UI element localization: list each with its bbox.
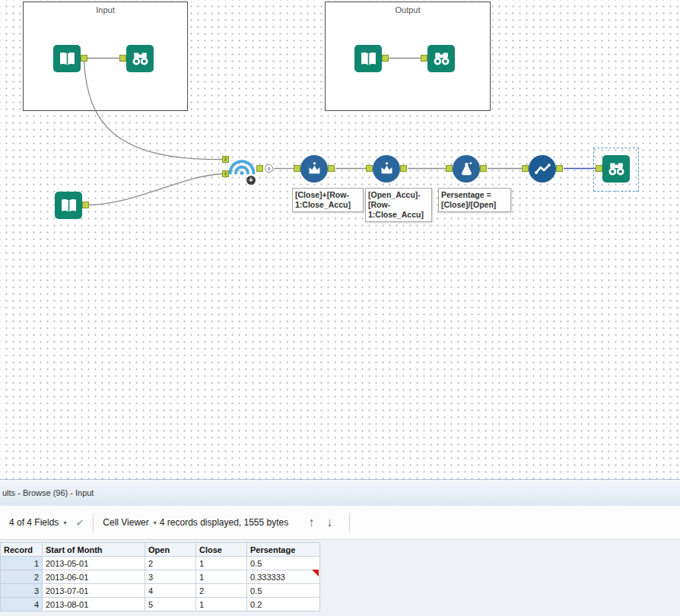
input-data-tool[interactable]: [53, 45, 81, 72]
tool-annotation[interactable]: [Open_Accu]-[Row-1:Close_Accu]: [365, 188, 432, 222]
input-anchor[interactable]: [522, 165, 529, 172]
column-header-start-of-month[interactable]: Start of Month: [43, 543, 145, 557]
multi-row-formula-tool-1[interactable]: [300, 155, 328, 183]
record-number-cell[interactable]: 1: [1, 557, 43, 570]
scroll-down-button[interactable]: ↓: [326, 516, 332, 529]
input-anchor[interactable]: [366, 165, 373, 172]
multi-row-formula-icon: [377, 159, 397, 179]
data-cell[interactable]: 0.333333: [247, 570, 320, 584]
cell-viewer-label: Cell Viewer: [103, 517, 148, 528]
data-cell[interactable]: 2013-05-01: [43, 557, 145, 570]
output-anchor[interactable]: [81, 55, 87, 62]
data-cell[interactable]: 5: [145, 598, 196, 611]
data-cell[interactable]: 1: [196, 598, 247, 611]
fields-dropdown[interactable]: 4 of 4 Fields ▾: [9, 517, 66, 528]
apply-check-icon[interactable]: ✔: [75, 517, 84, 529]
formula-flask-icon: [456, 159, 477, 179]
browse-tool-input[interactable]: [126, 45, 154, 72]
chevron-down-icon: ▾: [154, 519, 157, 526]
column-header-record[interactable]: Record: [1, 543, 43, 557]
line-chart-icon: [532, 159, 553, 179]
toolbar-divider: [349, 513, 350, 532]
cell-viewer-dropdown[interactable]: Cell Viewer ▾: [103, 517, 156, 528]
data-cell[interactable]: 2: [145, 557, 196, 570]
data-cell[interactable]: 3: [145, 570, 196, 584]
add-connection-badge[interactable]: +: [246, 176, 256, 185]
tool-annotation[interactable]: [Close]+[Row-1:Close_Accu]: [292, 188, 364, 212]
data-cell[interactable]: 1: [196, 570, 247, 584]
fields-dropdown-label: 4 of 4 Fields: [9, 517, 59, 528]
results-table-body: 12013-05-01210.522013-06-01310.333333320…: [1, 557, 320, 611]
data-cell[interactable]: 2013-07-01: [43, 584, 145, 598]
data-cell[interactable]: 2: [196, 584, 247, 598]
cell-flag-marker: [312, 570, 319, 576]
input-anchor[interactable]: [119, 55, 126, 62]
output-anchor[interactable]: [82, 202, 89, 208]
connections-layer: [0, 0, 680, 479]
data-cell[interactable]: 2013-08-01: [43, 598, 145, 611]
union-output-anchor[interactable]: [256, 165, 263, 172]
output-anchor[interactable]: [400, 165, 407, 172]
table-row[interactable]: 22013-06-01310.333333: [1, 570, 320, 584]
results-panel: ults - Browse (96) - Input 4 of 4 Fields…: [0, 479, 680, 616]
record-number-cell[interactable]: 3: [1, 584, 43, 598]
running-total-tool[interactable]: [529, 155, 556, 183]
results-toolbar: 4 of 4 Fields ▾ ✔ Cell Viewer ▾ 4 record…: [0, 506, 680, 540]
column-header-persentage[interactable]: Persentage: [247, 543, 320, 557]
input-data-tool-2[interactable]: [55, 192, 82, 219]
record-number-cell[interactable]: 4: [1, 598, 43, 611]
browse-tool-output[interactable]: [427, 45, 455, 72]
multi-row-formula-tool-2[interactable]: [373, 155, 400, 183]
output-anchor[interactable]: [480, 165, 487, 172]
data-cell[interactable]: 0.2: [247, 598, 320, 611]
output-anchor-label: o: [265, 164, 273, 173]
binoculars-icon: [130, 49, 151, 69]
binoculars-icon: [431, 49, 452, 69]
input-anchor[interactable]: [421, 55, 427, 62]
input-anchor[interactable]: [596, 165, 602, 172]
browse-tool-final[interactable]: [602, 155, 630, 183]
data-cell[interactable]: 4: [145, 584, 196, 598]
data-cell[interactable]: 0.5: [247, 584, 320, 598]
union-input-anchor-top[interactable]: 2: [222, 156, 229, 163]
union-input-anchor-bottom[interactable]: 1: [222, 170, 229, 177]
data-cell[interactable]: 2013-06-01: [43, 570, 145, 584]
results-table: Record Start of Month Open Close Persent…: [0, 542, 320, 611]
data-cell[interactable]: 1: [196, 557, 247, 570]
toolbar-divider: [93, 513, 94, 532]
multi-row-formula-icon: [304, 159, 325, 179]
connection-wire[interactable]: [84, 62, 223, 160]
results-panel-title: ults - Browse (96) - Input: [0, 480, 680, 506]
book-icon: [59, 195, 79, 216]
output-anchor[interactable]: [328, 165, 335, 172]
scroll-up-button[interactable]: ↑: [308, 516, 314, 529]
book-icon: [358, 49, 379, 69]
table-header-row: Record Start of Month Open Close Persent…: [1, 543, 320, 557]
column-header-close[interactable]: Close: [196, 543, 247, 557]
output-anchor[interactable]: [382, 55, 389, 62]
table-row[interactable]: 32013-07-01420.5: [1, 584, 320, 598]
table-row[interactable]: 12013-05-01210.5: [1, 557, 320, 570]
output-anchor[interactable]: [556, 165, 563, 172]
input-anchor[interactable]: [446, 165, 453, 172]
formula-tool[interactable]: [453, 155, 480, 183]
record-number-cell[interactable]: 2: [1, 570, 43, 584]
workflow-canvas: Input Output: [0, 0, 680, 479]
table-row[interactable]: 42013-08-01510.2: [1, 598, 320, 611]
data-cell[interactable]: 0.5: [247, 557, 320, 570]
output-data-tool[interactable]: [354, 45, 382, 72]
connection-wire[interactable]: [89, 174, 222, 205]
book-icon: [57, 49, 78, 69]
records-info: 4 records displayed, 1555 bytes: [160, 517, 288, 528]
binoculars-icon: [606, 159, 627, 179]
chevron-down-icon: ▾: [63, 519, 66, 526]
input-anchor[interactable]: [294, 165, 300, 172]
column-header-open[interactable]: Open: [145, 543, 196, 557]
tool-annotation[interactable]: Persentage = [Close]/[Open]: [438, 188, 511, 212]
